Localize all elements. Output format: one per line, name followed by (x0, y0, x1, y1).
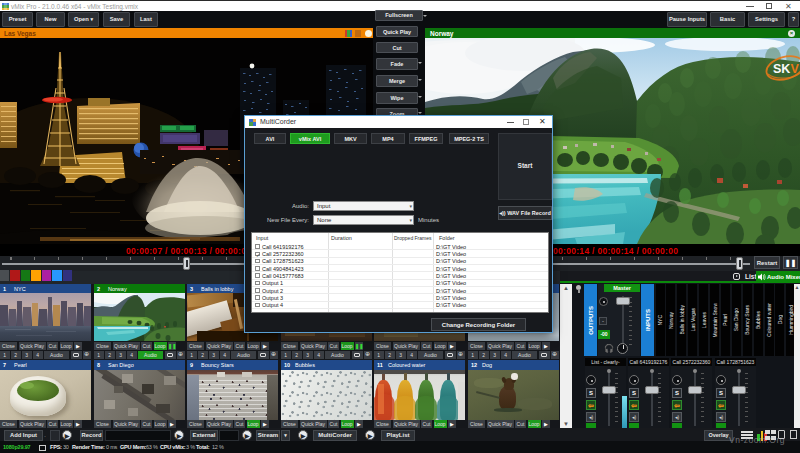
svg-text:SKV: SKV (773, 62, 799, 76)
